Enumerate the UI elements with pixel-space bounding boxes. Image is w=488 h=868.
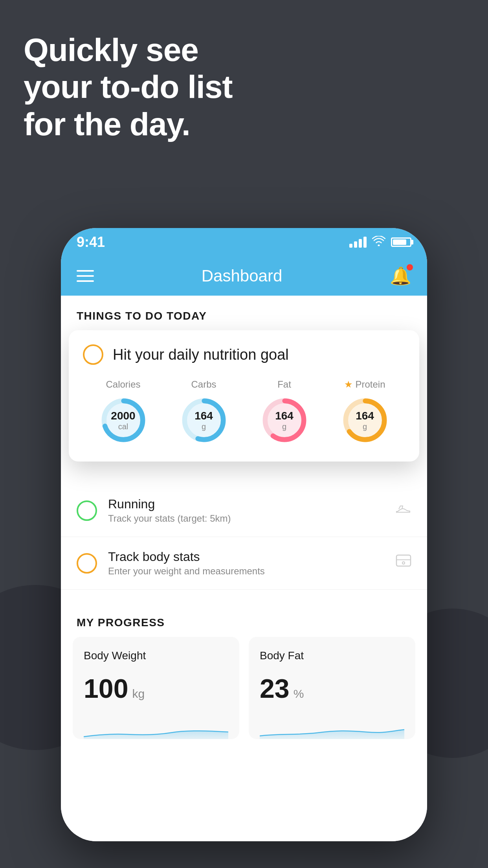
- calories-value: 2000 cal: [111, 410, 135, 431]
- bell-icon[interactable]: 🔔: [390, 266, 411, 286]
- metric-carbs: Carbs 164 g: [178, 379, 229, 446]
- headline: Quickly see your to-do list for the day.: [24, 31, 233, 143]
- fat-label: Fat: [277, 379, 291, 390]
- status-icons: [349, 235, 411, 249]
- things-today-header: THINGS TO DO TODAY: [61, 296, 427, 330]
- status-time: 9:41: [77, 234, 105, 250]
- phone-shell: 9:41: [61, 228, 427, 841]
- fat-donut: 164 g: [259, 395, 310, 446]
- headline-line1: Quickly see: [24, 31, 233, 68]
- phone-content: THINGS TO DO TODAY Hit your daily nutrit…: [61, 296, 427, 841]
- body-weight-title: Body Weight: [84, 649, 228, 662]
- battery-icon: [391, 237, 411, 247]
- metric-protein: ★ Protein 164 g: [339, 379, 391, 446]
- card-title-row: Hit your daily nutrition goal: [83, 344, 405, 365]
- body-fat-chart: [260, 713, 404, 739]
- nutrition-card-title: Hit your daily nutrition goal: [113, 346, 289, 363]
- headline-line3: for the day.: [24, 106, 233, 143]
- headline-line2: your to-do list: [24, 68, 233, 105]
- calories-donut: 2000 cal: [98, 395, 149, 446]
- notification-dot: [407, 264, 413, 270]
- todo-item-running[interactable]: Running Track your stats (target: 5km): [61, 484, 427, 537]
- calories-label: Calories: [106, 379, 140, 390]
- carbs-label: Carbs: [191, 379, 216, 390]
- running-text-group: Running Track your stats (target: 5km): [108, 497, 385, 524]
- nav-title: Dashboard: [202, 267, 282, 285]
- body-fat-unit: %: [294, 687, 304, 701]
- body-stats-title: Track body stats: [108, 550, 385, 564]
- running-title: Running: [108, 497, 385, 511]
- wifi-icon: [372, 235, 385, 249]
- body-fat-card[interactable]: Body Fat 23 %: [249, 637, 415, 739]
- body-fat-title: Body Fat: [260, 649, 404, 662]
- metric-fat: Fat 164 g: [259, 379, 310, 446]
- body-stats-subtitle: Enter your weight and measurements: [108, 566, 385, 577]
- signal-icon: [349, 237, 367, 248]
- nutrition-card[interactable]: Hit your daily nutrition goal Calories 2…: [69, 330, 419, 462]
- body-weight-value: 100: [84, 673, 128, 704]
- shoe-icon: [396, 502, 411, 519]
- body-weight-card[interactable]: Body Weight 100 kg: [73, 637, 239, 739]
- protein-star-icon: ★: [344, 379, 353, 390]
- running-check-circle: [77, 500, 97, 521]
- body-weight-value-row: 100 kg: [84, 673, 228, 704]
- running-subtitle: Track your stats (target: 5km): [108, 513, 385, 524]
- body-fat-value-row: 23 %: [260, 673, 404, 704]
- protein-value: 164 g: [356, 410, 374, 431]
- carbs-value: 164 g: [194, 410, 213, 431]
- fat-value: 164 g: [275, 410, 294, 431]
- my-progress-header: MY PROGRESS: [61, 602, 427, 637]
- carbs-donut: 164 g: [178, 395, 229, 446]
- status-bar: 9:41: [61, 228, 427, 256]
- my-progress-section: MY PROGRESS Body Weight 100 kg: [61, 602, 427, 739]
- metric-calories: Calories 2000 cal: [98, 379, 149, 446]
- protein-label: ★ Protein: [344, 379, 385, 390]
- body-stats-check-circle: [77, 553, 97, 574]
- body-fat-value: 23: [260, 673, 290, 704]
- body-weight-chart: [84, 713, 228, 739]
- body-weight-unit: kg: [132, 687, 145, 701]
- scale-icon: [396, 554, 411, 572]
- metrics-row: Calories 2000 cal: [83, 379, 405, 446]
- svg-point-14: [402, 562, 405, 564]
- protein-donut: 164 g: [339, 395, 391, 446]
- body-stats-text-group: Track body stats Enter your weight and m…: [108, 550, 385, 577]
- hamburger-menu[interactable]: [77, 270, 94, 282]
- progress-cards-row: Body Weight 100 kg: [61, 637, 427, 739]
- todo-item-body-stats[interactable]: Track body stats Enter your weight and m…: [61, 537, 427, 590]
- nav-bar: Dashboard 🔔: [61, 256, 427, 296]
- nutrition-check-circle: [83, 344, 103, 365]
